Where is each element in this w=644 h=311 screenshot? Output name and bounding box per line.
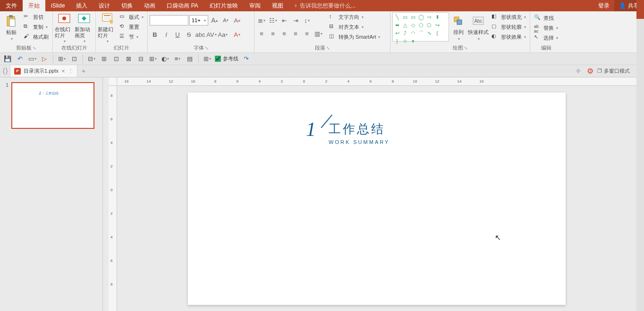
online-slides-button[interactable]: 在线幻灯片▾ — [55, 12, 74, 43]
spacing-button[interactable]: AV▾ — [206, 29, 217, 40]
scrollbar-thumb[interactable] — [636, 0, 644, 19]
reset-button[interactable]: ⟲重置 — [118, 22, 145, 32]
tab-insert[interactable]: 插入 — [70, 0, 93, 11]
shape-fill-button[interactable]: ◧形状填充▾ — [490, 12, 528, 22]
format-painter-button[interactable]: 🖌格式刷 — [22, 32, 51, 42]
shrink-font-button[interactable]: A▾ — [220, 15, 231, 25]
multiwindow-button[interactable]: ❐多窗口模式 — [597, 66, 630, 76]
document-tab[interactable]: P 目录演示1.pptx × ⋮ — [10, 65, 77, 77]
qat-btn-1[interactable]: ⊞▾ — [57, 54, 67, 64]
dialog-launcher[interactable]: ⤡ — [464, 46, 468, 50]
italic-button[interactable]: I — [161, 29, 171, 40]
slides-label: 幻灯片 — [98, 43, 145, 52]
strike-button[interactable]: S — [184, 29, 194, 40]
slide-canvas[interactable]: 1 工作总结 WORK SUMMARY — [188, 92, 566, 305]
layout-button[interactable]: ▭版式▾ — [118, 12, 145, 22]
pin-button[interactable]: ✧ — [573, 66, 583, 76]
font-name-combo[interactable] — [150, 15, 188, 25]
justify-button[interactable]: ≡ — [290, 28, 301, 39]
dialog-launcher[interactable]: ⤡ — [205, 46, 209, 50]
qat-btn-5[interactable]: ⊡ — [111, 54, 121, 64]
qat-slide-button[interactable]: ▭▾ — [27, 54, 37, 64]
tab-menu-button[interactable]: ⋮ — [68, 68, 73, 74]
shape-effects-button[interactable]: ◐形状效果▾ — [490, 32, 528, 42]
tab-slideshow[interactable]: 幻灯片放映 — [204, 0, 244, 11]
select-button[interactable]: ↖选择▾ — [532, 33, 560, 42]
qat-btn-4[interactable]: ⊞ — [99, 54, 109, 64]
font-size-combo[interactable]: 11+▾ — [189, 15, 208, 25]
shape-outline-button[interactable]: ▢形状轮廓▾ — [490, 22, 528, 32]
cursor-icon: ↖ — [495, 233, 501, 242]
quick-styles-button[interactable]: Abc 快速样式▾ — [468, 12, 489, 43]
bullets-button[interactable]: ≣▾ — [256, 15, 267, 25]
tab-home[interactable]: 开始 — [23, 0, 45, 11]
ruler-horizontal[interactable]: 1614121086420246810121416 — [117, 77, 644, 86]
tab-animation[interactable]: 动画 — [138, 0, 161, 11]
smartart-button[interactable]: ◫转换为 SmartArt▾ — [327, 32, 382, 42]
tell-me-search[interactable]: ♀ 告诉我您想要做什么... — [294, 0, 356, 11]
tab-review[interactable]: 审阅 — [244, 0, 266, 11]
slide-thumbnail[interactable]: 1╱ 工作总结 — [11, 82, 94, 129]
undo-button[interactable]: ↶ — [15, 54, 25, 64]
find-button[interactable]: 🔍查找 — [532, 13, 560, 23]
tab-pocket[interactable]: 口袋动画 PA — [161, 0, 203, 11]
dialog-launcher[interactable]: ⤡ — [33, 46, 36, 50]
vertical-scrollbar[interactable] — [636, 0, 644, 311]
replace-button[interactable]: abac替换▾ — [532, 23, 560, 33]
save-button[interactable]: 💾 — [3, 54, 12, 64]
qat-btn-7[interactable]: ⊟ — [136, 54, 145, 64]
close-tab-button[interactable]: × — [61, 67, 65, 75]
guides-checkbox[interactable]: 参考线 — [215, 55, 238, 62]
indent-inc-button[interactable]: ⇥ — [290, 15, 301, 25]
qat-present-button[interactable]: ▷ — [40, 54, 49, 64]
login-button[interactable]: 登录 — [593, 0, 614, 11]
document-tabs: ⟨⟩ P 目录演示1.pptx × ⋮ ＋ ✧ ⚙ ❐多窗口模式 ⋮ — [0, 65, 644, 77]
section-button[interactable]: ☰节▾ — [118, 32, 145, 42]
qat-btn-11[interactable]: ▤ — [185, 54, 195, 64]
clear-format-button[interactable]: A⌀ — [232, 15, 242, 25]
tab-file[interactable]: 文件 — [0, 0, 23, 11]
align-center-button[interactable]: ≡ — [268, 28, 278, 39]
font-color-button[interactable]: A▾ — [232, 29, 242, 40]
align-text-button[interactable]: ⊟对齐文本▾ — [327, 22, 382, 32]
underline-button[interactable]: U — [172, 29, 183, 40]
qat-btn-3[interactable]: ⊟▾ — [87, 54, 96, 64]
copy-button[interactable]: ⧉复制▾ — [22, 22, 51, 32]
chevron-down-icon: ▾ — [136, 35, 138, 39]
qat-btn-6[interactable]: ⊠ — [124, 54, 133, 64]
qat-btn-10[interactable]: ≡▾ — [173, 54, 182, 64]
grow-font-button[interactable]: A▴ — [209, 15, 220, 25]
change-case-button[interactable]: Aa▾ — [218, 29, 228, 40]
shapes-gallery[interactable]: ╲▭▭◯⇨⬍⬌ △◇⬠⬡↪↩⤴ ◠⌒∿{}☆▾ — [392, 12, 449, 42]
new-slide-button[interactable]: 新建幻灯片▾ — [98, 12, 117, 43]
add-tab-button[interactable]: ＋ — [77, 65, 90, 77]
align-left-button[interactable]: ≡ — [256, 28, 267, 39]
settings-button[interactable]: ⚙ — [585, 66, 595, 76]
tab-islide[interactable]: iSlide — [45, 0, 70, 11]
document-filename: 目录演示1.pptx — [24, 67, 59, 75]
qat-btn-2[interactable]: ⊡ — [69, 54, 79, 64]
qat-btn-8[interactable]: ⊞▾ — [148, 54, 158, 64]
align-right-button[interactable]: ≡ — [279, 28, 289, 39]
text-direction-button[interactable]: ↕文字方向▾ — [327, 12, 382, 22]
qat-btn-12[interactable]: ⊞▾ — [203, 54, 212, 64]
qat-btn-9[interactable]: ◐▾ — [161, 54, 170, 64]
redo-button[interactable]: ↷ — [241, 54, 251, 64]
paste-button[interactable]: 粘贴 ▾ — [2, 12, 21, 43]
tab-view[interactable]: 视图 — [266, 0, 289, 11]
numbering-button[interactable]: ☷▾ — [268, 15, 278, 25]
tabs-nav-button[interactable]: ⟨⟩ — [0, 65, 10, 77]
arrange-button[interactable]: 排列▾ — [450, 12, 467, 43]
indent-dec-button[interactable]: ⇤ — [279, 15, 289, 25]
dialog-launcher[interactable]: ⤡ — [326, 46, 330, 50]
shadow-button[interactable]: abc — [195, 29, 205, 40]
tab-design[interactable]: 设计 — [93, 0, 116, 11]
bold-button[interactable]: B — [150, 29, 160, 40]
distributed-button[interactable]: ≡ — [302, 28, 312, 39]
tab-transition[interactable]: 切换 — [116, 0, 138, 11]
ruler-vertical[interactable]: 864202468 — [109, 86, 117, 311]
new-anim-button[interactable]: 新加动画页▾ — [75, 12, 93, 43]
columns-button[interactable]: ▥▾ — [313, 28, 323, 39]
line-spacing-button[interactable]: ↕▾ — [302, 15, 312, 25]
cut-button[interactable]: ✂剪切 — [22, 12, 51, 22]
